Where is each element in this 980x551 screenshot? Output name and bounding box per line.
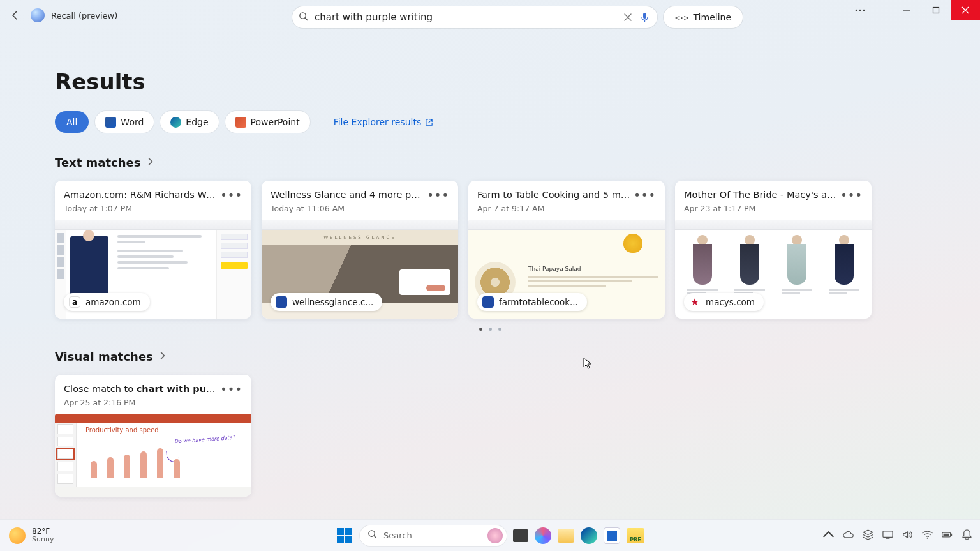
file-explorer-button[interactable] [558, 529, 574, 543]
source-chip: a amazon.com [64, 293, 150, 311]
svg-rect-11 [951, 533, 952, 535]
svg-rect-7 [883, 531, 893, 536]
svg-point-8 [927, 537, 928, 538]
card-more-button[interactable]: ••• [220, 386, 242, 393]
timeline-button[interactable]: <·> Timeline [664, 6, 743, 28]
close-button[interactable] [951, 0, 980, 20]
chevron-right-icon [147, 158, 153, 167]
card-more-button[interactable]: ••• [427, 192, 449, 199]
result-card-amazon[interactable]: Amazon.com: R&M Richards Women's P... To… [55, 181, 251, 319]
search-highlight-icon [487, 528, 503, 543]
svg-rect-1 [643, 13, 646, 19]
source-chip: farmtotablecook... [477, 293, 587, 311]
result-card-powerpoint-chart[interactable]: Close match to chart with purple writing… [55, 375, 251, 497]
card-thumbnail: Thai Papaya Salad farmtotablecook... [468, 220, 665, 319]
filter-powerpoint[interactable]: PowerPoint [225, 111, 310, 133]
pager-dot[interactable] [498, 328, 501, 331]
farm-favicon [482, 296, 494, 308]
task-view-button[interactable] [513, 529, 528, 542]
maximize-button[interactable] [921, 0, 951, 20]
battery-tray-icon[interactable] [942, 529, 953, 542]
network-tray-icon[interactable] [922, 529, 933, 542]
edge-button[interactable] [581, 527, 597, 544]
amazon-favicon: a [69, 296, 80, 308]
card-more-button[interactable]: ••• [220, 192, 242, 199]
taskbar: 82°F Sunny Search PRE [0, 519, 980, 551]
taskbar-center: Search PRE [336, 525, 644, 546]
copilot-button[interactable] [535, 527, 551, 544]
svg-point-4 [863, 10, 865, 11]
filter-separator [322, 115, 322, 129]
filter-word[interactable]: Word [95, 111, 154, 133]
card-more-button[interactable]: ••• [840, 192, 863, 199]
back-button[interactable] [6, 6, 24, 24]
card-title: Mother Of The Bride - Macy's and 3 mor..… [684, 190, 837, 200]
card-thumbnail: Productivity and speed Do we have more d… [55, 414, 251, 497]
search-box[interactable] [292, 6, 657, 28]
card-title: Amazon.com: R&M Richards Women's P... [64, 190, 217, 200]
card-thumbnail: ★ macys.com [675, 220, 872, 319]
app-title: Recall (preview) [51, 11, 117, 20]
external-link-icon [425, 118, 433, 126]
svg-rect-5 [933, 8, 939, 13]
card-title: Close match to chart with purple writing [64, 384, 217, 394]
card-timestamp: Today at 11:06 AM [271, 204, 449, 213]
main-content: Results All Word Edge PowerPoint File Ex… [0, 31, 980, 497]
maximize-icon [932, 6, 940, 14]
search-input[interactable] [315, 11, 618, 23]
display-tray-icon[interactable] [882, 529, 893, 542]
tray-overflow-button[interactable] [823, 529, 834, 542]
file-explorer-results-link[interactable]: File Explorer results [334, 117, 434, 127]
clear-search-button[interactable] [621, 11, 634, 24]
taskbar-system-tray [823, 529, 972, 542]
macys-favicon: ★ [689, 296, 701, 308]
arrow-left-icon [10, 10, 20, 20]
filter-edge[interactable]: Edge [160, 111, 218, 133]
card-title: Farm to Table Cooking and 5 more page... [477, 190, 630, 200]
svg-point-3 [859, 10, 861, 11]
text-match-cards: Amazon.com: R&M Richards Women's P... To… [55, 181, 925, 319]
filter-all[interactable]: All [55, 111, 89, 133]
notifications-tray-icon[interactable] [961, 529, 972, 542]
card-title: Wellness Glance and 4 more pages - Per..… [271, 190, 424, 200]
visual-match-cards: Close match to chart with purple writing… [55, 375, 925, 497]
taskbar-search[interactable]: Search [360, 525, 507, 546]
wellness-favicon [276, 296, 287, 308]
onedrive-tray-icon[interactable] [843, 529, 854, 542]
visual-matches-heading[interactable]: Visual matches [55, 350, 925, 363]
microsoft-store-button[interactable] [604, 527, 620, 544]
word-icon [105, 117, 116, 128]
ellipsis-icon [855, 9, 865, 11]
chicken-illustration [623, 234, 642, 253]
voice-search-button[interactable] [638, 11, 651, 24]
source-chip: wellnessglance.c... [271, 293, 382, 311]
result-card-macys[interactable]: Mother Of The Bride - Macy's and 3 mor..… [675, 181, 872, 319]
result-card-farm[interactable]: Farm to Table Cooking and 5 more page...… [468, 181, 665, 319]
volume-tray-icon[interactable] [902, 529, 913, 542]
start-button[interactable] [336, 527, 353, 545]
preview-app-button[interactable]: PRE [627, 528, 644, 543]
results-heading: Results [55, 69, 925, 94]
window-controls [847, 0, 980, 20]
carousel-pager[interactable] [55, 328, 925, 331]
timeline-icon: <·> [675, 13, 688, 22]
filter-bar: All Word Edge PowerPoint File Explorer r… [55, 111, 925, 133]
text-matches-heading[interactable]: Text matches [55, 156, 925, 169]
svg-rect-10 [944, 533, 949, 535]
more-options-button[interactable] [847, 0, 873, 20]
taskbar-search-placeholder: Search [383, 531, 412, 540]
microphone-icon [641, 12, 649, 22]
close-icon [961, 6, 969, 14]
card-timestamp: Apr 23 at 1:17 PM [684, 204, 863, 213]
minimize-button[interactable] [892, 0, 921, 20]
pager-dot[interactable] [489, 328, 492, 331]
timeline-label: Timeline [693, 12, 731, 22]
result-card-wellness[interactable]: Wellness Glance and 4 more pages - Per..… [262, 181, 458, 319]
card-more-button[interactable]: ••• [634, 192, 656, 199]
card-timestamp: Apr 25 at 2:16 PM [64, 398, 242, 407]
pager-dot[interactable] [479, 328, 482, 331]
taskbar-weather[interactable]: 82°F Sunny [9, 527, 54, 544]
weather-sun-icon [9, 527, 26, 544]
tray-icon[interactable] [863, 529, 873, 542]
minimize-icon [903, 6, 910, 14]
